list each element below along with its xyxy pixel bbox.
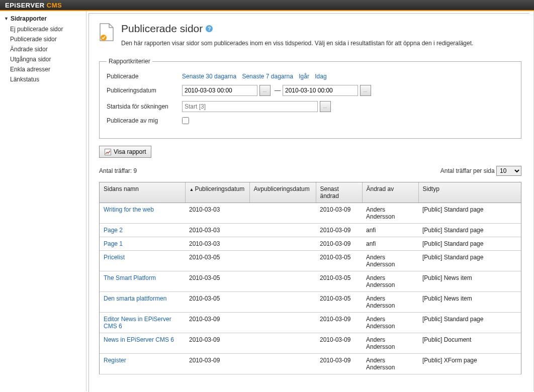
right-gutter [529, 11, 533, 391]
sidebar-item-published[interactable]: Publicerade sidor [10, 34, 86, 44]
date-to-picker-button[interactable]: … [360, 85, 371, 96]
sidebar-item-unpublished[interactable]: Ej publicerade sidor [10, 24, 86, 34]
sidebar-item-expired[interactable]: Utgångna sidor [10, 54, 86, 64]
cell-unpubdate [249, 203, 316, 224]
cell-unpubdate [249, 333, 316, 354]
cell-pagetype: [Public] Standard page [418, 203, 521, 224]
published-by-me-checkbox[interactable] [182, 117, 189, 124]
table-row: Den smarta plattformen2010-03-052010-03-… [100, 292, 521, 313]
cell-lastchanged: 2010-03-09 [316, 313, 362, 333]
cell-changedby: Anders Andersson [362, 251, 418, 271]
cell-unpubdate [249, 237, 316, 251]
cell-unpubdate [249, 271, 316, 292]
cell-pagetype: [Public] Document [418, 333, 521, 354]
date-range-separator: — [275, 87, 281, 94]
page-link[interactable]: The Smart Platform [104, 274, 156, 281]
cell-pagetype: [Public] Standard page [418, 224, 521, 237]
cell-pubdate: 2010-03-09 [185, 313, 249, 333]
cell-lastchanged: 2010-03-05 [316, 271, 362, 292]
svg-rect-1 [105, 149, 111, 155]
startpage-input[interactable] [182, 101, 318, 112]
per-page-select[interactable]: 10 [496, 166, 521, 176]
cell-lastchanged: 2010-03-09 [316, 203, 362, 224]
page-link[interactable]: Editor News in EPiServer CMS 6 [104, 316, 171, 330]
cell-changedby: Anders Andersson [362, 271, 418, 292]
report-icon [105, 149, 111, 155]
cell-changedby: Anders Andersson [362, 354, 418, 374]
hit-count: Antal träffar: 9 [99, 167, 137, 174]
cell-pagetype: [Public] XForm page [418, 354, 521, 374]
cell-pubdate: 2010-03-05 [185, 292, 249, 313]
col-header-pubdate[interactable]: ▲Publiceringsdatum [185, 182, 249, 203]
cell-pubdate: 2010-03-05 [185, 251, 249, 271]
cell-pagetype: [Public] News item [418, 271, 521, 292]
cell-pubdate: 2010-03-03 [185, 237, 249, 251]
cell-changedby: Anders Andersson [362, 333, 418, 354]
link-today[interactable]: Idag [315, 73, 326, 80]
link-yesterday[interactable]: Igår [299, 73, 309, 80]
page-link[interactable]: Page 1 [104, 240, 123, 247]
report-criteria-fieldset: Rapportkriterier Publicerade Senaste 30 … [99, 58, 521, 139]
col-header-lastchanged[interactable]: Senast ändrad [316, 182, 362, 203]
cell-unpubdate [249, 354, 316, 374]
cell-pagetype: [Public] Standard page [418, 251, 521, 271]
cell-changedby: Anders Andersson [362, 203, 418, 224]
col-header-unpubdate[interactable]: Avpubliceringsdatum [249, 182, 316, 203]
cell-changedby: anfi [362, 224, 418, 237]
link-last-7-days[interactable]: Senaste 7 dagarna [242, 73, 293, 80]
date-range-shortcut-links: Senaste 30 dagarna Senaste 7 dagarna Igå… [182, 73, 331, 80]
table-row: Page 22010-03-032010-03-09anfi[Public] S… [100, 224, 521, 237]
sidebar: ▼ Sidrapporter Ej publicerade sidor Publ… [0, 11, 86, 391]
page-link[interactable]: News in EPiServer CMS 6 [104, 336, 174, 343]
page-link[interactable]: Page 2 [104, 227, 123, 234]
page-description: Den här rapporten visar sidor som public… [121, 39, 473, 48]
date-from-picker-button[interactable]: … [259, 85, 271, 96]
report-document-icon [99, 23, 114, 42]
sidebar-item-link-status[interactable]: Länkstatus [10, 74, 86, 84]
cell-changedby: anfi [362, 237, 418, 251]
cell-pagetype: [Public] News item [418, 292, 521, 313]
results-table: Sidans namn ▲Publiceringsdatum Avpublice… [100, 182, 521, 374]
col-header-pagetype[interactable]: Sidtyp [418, 182, 521, 203]
main-content: Publicerade sidor ? Den här rapporten vi… [86, 11, 534, 391]
criteria-label-date: Publiceringsdatum [107, 87, 182, 94]
triangle-down-icon: ▼ [4, 16, 9, 21]
col-header-name[interactable]: Sidans namn [100, 182, 185, 203]
sidebar-item-changed[interactable]: Ändrade sidor [10, 44, 86, 54]
table-row: Editor News in EPiServer CMS 62010-03-09… [100, 313, 521, 333]
page-link[interactable]: Writing for the web [104, 206, 154, 213]
cell-pubdate: 2010-03-03 [185, 224, 249, 237]
date-from-input[interactable] [182, 85, 257, 96]
table-row: News in EPiServer CMS 62010-03-092010-03… [100, 333, 521, 354]
sidebar-section-toggle[interactable]: ▼ Sidrapporter [4, 15, 86, 22]
criteria-label-by-me: Publicerade av mig [107, 117, 182, 124]
cell-pubdate: 2010-03-09 [185, 333, 249, 354]
table-row: The Smart Platform2010-03-052010-03-05An… [100, 271, 521, 292]
cell-pubdate: 2010-03-03 [185, 203, 249, 224]
cell-lastchanged: 2010-03-05 [316, 292, 362, 313]
sidebar-heading-label: Sidrapporter [11, 15, 47, 22]
brand-logo: EPiSERVER CMS [5, 2, 62, 9]
page-link[interactable]: Pricelist [104, 254, 125, 261]
page-link[interactable]: Register [104, 357, 126, 364]
cell-pubdate: 2010-03-05 [185, 271, 249, 292]
criteria-label-startpage: Startsida för sökningen [107, 103, 182, 110]
criteria-label-published: Publicerade [107, 73, 182, 80]
cell-pagetype: [Public] Standard page [418, 313, 521, 333]
startpage-picker-button[interactable]: … [320, 101, 331, 112]
show-report-button[interactable]: Visa rapport [99, 146, 151, 158]
top-bar: EPiSERVER CMS [0, 0, 534, 11]
sidebar-item-simple-addresses[interactable]: Enkla adresser [10, 64, 86, 74]
cell-unpubdate [249, 313, 316, 333]
cell-changedby: Anders Andersson [362, 292, 418, 313]
cell-unpubdate [249, 292, 316, 313]
criteria-legend: Rapportkriterier [107, 58, 152, 65]
page-link[interactable]: Den smarta plattformen [104, 295, 166, 302]
table-row: Writing for the web2010-03-032010-03-09A… [100, 203, 521, 224]
col-header-changedby[interactable]: Ändrad av [362, 182, 418, 203]
date-to-input[interactable] [283, 85, 358, 96]
sidebar-list: Ej publicerade sidor Publicerade sidor Ä… [4, 24, 86, 84]
page-title: Publicerade sidor [121, 23, 203, 35]
link-last-30-days[interactable]: Senaste 30 dagarna [182, 73, 236, 80]
help-icon[interactable]: ? [206, 25, 213, 32]
